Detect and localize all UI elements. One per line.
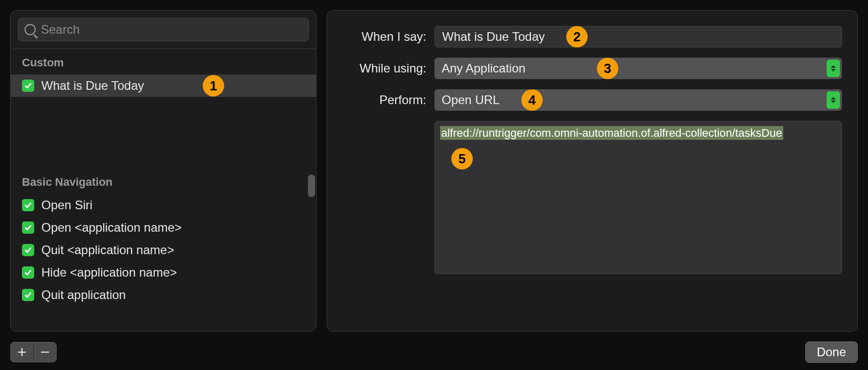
section-header-basic: Basic Navigation	[11, 168, 316, 194]
callout-badge: 1	[203, 75, 224, 96]
list-item[interactable]: Quit application	[11, 284, 316, 306]
remove-button[interactable]	[34, 342, 56, 362]
add-button[interactable]	[11, 342, 33, 362]
checkbox-icon[interactable]	[22, 289, 34, 301]
when-i-say-input[interactable]: What is Due Today	[435, 26, 842, 47]
minus-icon	[40, 348, 50, 357]
checkbox-icon[interactable]	[22, 266, 34, 279]
when-i-say-value: What is Due Today	[442, 30, 545, 44]
checkbox-icon[interactable]	[22, 244, 34, 256]
while-using-value: Any Application	[442, 61, 525, 76]
chevron-up-down-icon	[827, 91, 840, 109]
list-item-label: Hide <application name>	[41, 265, 177, 280]
list-item-label: Open Siri	[41, 198, 92, 212]
scrollbar-thumb[interactable]	[308, 175, 315, 197]
add-remove-segmented	[10, 342, 57, 362]
url-value: alfred://runtrigger/com.omni-automation.…	[440, 126, 783, 140]
callout-badge: 5	[451, 148, 473, 169]
list-item-label: Quit <application name>	[41, 243, 174, 257]
list-item-label: What is Due Today	[41, 79, 144, 93]
detail-panel: When I say: What is Due Today 2 While us…	[327, 10, 858, 332]
checkbox-icon[interactable]	[22, 199, 34, 211]
sidebar-panel: Custom What is Due Today 1 Basic Navigat…	[10, 10, 317, 332]
while-using-select[interactable]: Any Application	[435, 58, 842, 79]
plus-icon	[17, 348, 27, 357]
perform-value: Open URL	[442, 93, 499, 107]
perform-label: Perform:	[337, 93, 435, 107]
list-item[interactable]: Open Siri	[11, 194, 316, 216]
section-header-custom: Custom	[11, 49, 316, 75]
list-item[interactable]: Open <application name>	[11, 216, 316, 239]
list-item[interactable]: What is Due Today 1	[11, 75, 316, 97]
list-item[interactable]: Quit <application name>	[11, 239, 316, 261]
search-icon	[25, 24, 36, 35]
list-item-label: Open <application name>	[41, 220, 182, 235]
chevron-up-down-icon	[827, 60, 840, 77]
url-textarea[interactable]: alfred://runtrigger/com.omni-automation.…	[435, 121, 842, 274]
search-input[interactable]	[41, 22, 302, 37]
command-list: Custom What is Due Today 1 Basic Navigat…	[11, 48, 316, 331]
callout-badge: 4	[521, 89, 543, 111]
when-i-say-label: When I say:	[337, 30, 435, 44]
checkbox-icon[interactable]	[22, 80, 34, 92]
while-using-label: While using:	[337, 61, 435, 76]
list-item[interactable]: Hide <application name>	[11, 261, 316, 284]
perform-select[interactable]: Open URL	[435, 89, 842, 111]
list-item-label: Quit application	[41, 288, 126, 302]
callout-badge: 2	[566, 26, 588, 47]
checkbox-icon[interactable]	[22, 221, 34, 234]
done-button[interactable]: Done	[805, 341, 858, 363]
callout-badge: 3	[597, 58, 618, 79]
search-field[interactable]	[18, 18, 309, 41]
